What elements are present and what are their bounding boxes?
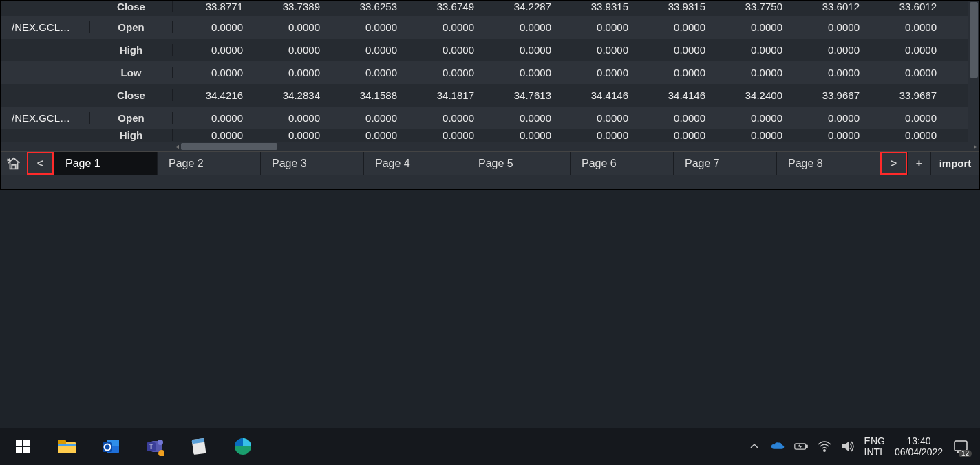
svg-rect-20: [806, 445, 807, 447]
table-row: High0.00000.00000.00000.00000.00000.0000…: [1, 39, 979, 61]
table-row: Low0.00000.00000.00000.00000.00000.00000…: [1, 61, 979, 84]
value-cell: 0.0000: [866, 21, 944, 33]
value-cell: 0.0000: [635, 21, 712, 33]
value-cell: 0.0000: [250, 67, 327, 78]
hscroll-left-arrow[interactable]: ◂: [173, 142, 181, 151]
tray-chevron-icon[interactable]: [747, 440, 761, 453]
import-label: import: [939, 158, 972, 169]
value-cell: 0.0000: [173, 112, 250, 124]
svg-text:T: T: [149, 443, 153, 451]
notifications-icon[interactable]: 12: [952, 438, 969, 455]
page-tab-bar: < Page 1Page 2Page 3Page 4Page 5Page 6Pa…: [1, 151, 979, 175]
wifi-icon[interactable]: [818, 440, 831, 453]
page-tab[interactable]: Page 7: [674, 152, 777, 175]
value-cell: 33.9667: [789, 89, 866, 101]
value-cell: 0.0000: [404, 21, 481, 33]
page-tab[interactable]: Page 3: [261, 152, 364, 175]
value-cell: 34.1817: [404, 89, 481, 101]
notepad-icon[interactable]: [189, 436, 209, 457]
page-tab[interactable]: Page 5: [467, 152, 571, 175]
ohlc-label: Open: [90, 112, 173, 124]
value-cell: 0.0000: [866, 112, 944, 124]
vertical-scrollbar[interactable]: [968, 1, 979, 142]
value-cell: 0.0000: [866, 67, 944, 78]
value-cell: 34.4146: [558, 89, 635, 101]
value-cell: 33.9315: [558, 1, 635, 12]
add-page-button[interactable]: +: [908, 152, 931, 175]
value-cell: 34.4216: [173, 89, 250, 101]
value-cell: 0.0000: [635, 67, 712, 78]
value-cell: 0.0000: [866, 44, 944, 56]
value-cell: 0.0000: [250, 44, 327, 56]
svg-rect-0: [16, 440, 22, 446]
value-cell: 34.2400: [712, 89, 789, 101]
value-cell: 34.4146: [635, 89, 712, 101]
value-cell: 0.0000: [558, 21, 635, 33]
page-tab[interactable]: Page 1: [54, 152, 158, 175]
page-tab[interactable]: Page 4: [364, 152, 467, 175]
home-icon-button[interactable]: [1, 152, 27, 175]
notifications-count: 12: [959, 450, 972, 457]
value-cell: 33.6012: [866, 1, 944, 12]
ohlc-label: Close: [90, 89, 173, 101]
edge-icon[interactable]: [233, 436, 253, 457]
hscroll-right-arrow[interactable]: ▸: [971, 142, 979, 151]
page-tab[interactable]: Page 2: [158, 152, 261, 175]
data-grid: Close33.877133.738933.625333.674934.2287…: [1, 1, 979, 142]
value-cell: 0.0000: [789, 112, 866, 124]
battery-icon[interactable]: [794, 440, 808, 453]
teams-icon[interactable]: T: [145, 436, 165, 457]
svg-rect-6: [58, 444, 76, 446]
value-cell: 0.0000: [712, 112, 789, 124]
table-row: Close33.877133.738933.625333.674934.2287…: [1, 1, 979, 16]
value-cell: 0.0000: [635, 44, 712, 56]
symbol-cell[interactable]: /NEX.GCL…: [1, 112, 90, 124]
value-cell: 34.1588: [327, 89, 404, 101]
clock[interactable]: 13:40 06/04/2022: [895, 435, 943, 457]
onedrive-icon[interactable]: [771, 440, 785, 453]
page-tab[interactable]: Page 6: [571, 152, 674, 175]
ohlc-label: High: [90, 129, 173, 141]
value-cell: 0.0000: [481, 112, 558, 124]
file-explorer-icon[interactable]: [56, 436, 77, 457]
next-page-label: >: [891, 158, 897, 170]
value-cell: 0.0000: [558, 129, 635, 141]
value-cell: 0.0000: [789, 67, 866, 78]
value-cell: 0.0000: [481, 21, 558, 33]
volume-icon[interactable]: [841, 440, 855, 453]
ohlc-label: High: [90, 44, 173, 56]
value-cell: 0.0000: [789, 129, 866, 141]
import-button[interactable]: import: [931, 152, 979, 175]
svg-point-12: [158, 440, 163, 445]
hscroll-track[interactable]: [181, 143, 971, 150]
value-cell: 0.0000: [558, 67, 635, 78]
page-tab-label: Page 8: [788, 158, 823, 170]
ohlc-label: Open: [90, 21, 173, 33]
symbol-cell[interactable]: /NEX.GCL…: [1, 21, 90, 33]
value-cell: 0.0000: [866, 129, 944, 141]
outlook-icon[interactable]: [100, 436, 121, 457]
value-cell: 0.0000: [173, 129, 250, 141]
start-button[interactable]: [12, 436, 33, 457]
language-indicator[interactable]: ENG INTL: [864, 435, 885, 457]
value-cell: 0.0000: [558, 44, 635, 56]
value-cell: 33.6253: [327, 1, 404, 12]
value-cell: 0.0000: [250, 21, 327, 33]
value-cell: 0.0000: [712, 44, 789, 56]
horizontal-scrollbar[interactable]: ◂ ▸: [173, 142, 979, 151]
page-tab-label: Page 5: [478, 158, 513, 170]
value-cell: 33.8771: [173, 1, 250, 12]
page-tab[interactable]: Page 8: [777, 152, 880, 175]
value-cell: 0.0000: [327, 21, 404, 33]
value-cell: 0.0000: [327, 67, 404, 78]
prev-page-button[interactable]: <: [27, 152, 54, 175]
lang-line2: INTL: [864, 446, 885, 457]
page-tab-label: Page 7: [685, 158, 720, 170]
svg-rect-5: [58, 440, 66, 444]
table-row: /NEX.GCL…Open0.00000.00000.00000.00000.0…: [1, 107, 979, 129]
vertical-scrollbar-thumb[interactable]: [970, 2, 978, 78]
value-cell: 0.0000: [789, 21, 866, 33]
value-cell: 33.9667: [866, 89, 944, 101]
hscroll-thumb[interactable]: [181, 143, 277, 150]
next-page-button[interactable]: >: [880, 152, 908, 175]
